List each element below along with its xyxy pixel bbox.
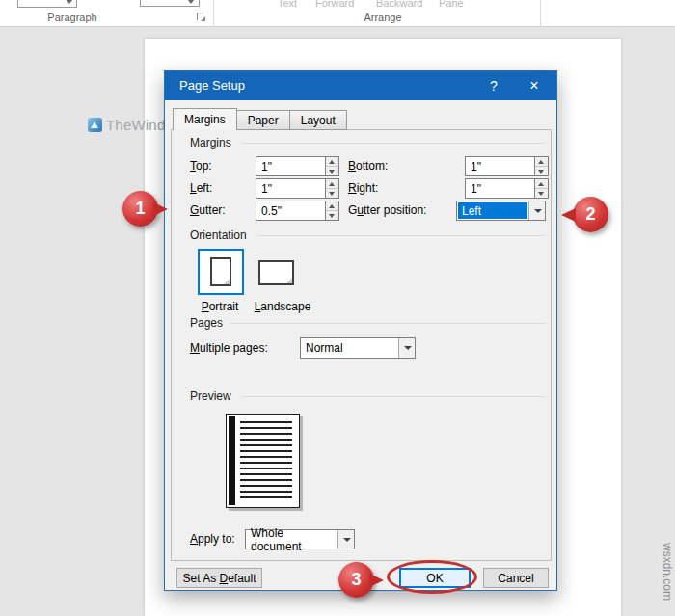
top-field [256,156,339,176]
top-input[interactable] [256,156,325,176]
spin-up-icon[interactable] [326,201,338,211]
gutter-position-select[interactable]: Left [456,201,546,221]
pointer-right-icon [153,202,168,216]
tab-paper[interactable]: Paper [237,110,290,130]
spin-down-icon[interactable] [326,167,338,175]
spin-down-icon[interactable] [535,167,548,175]
right-field [465,178,549,199]
gutter-position-label: Gutter position: [348,203,426,218]
paragraph-dialog-launcher-icon[interactable] [197,13,204,20]
right-input[interactable] [465,178,534,199]
spin-up-icon[interactable] [535,157,548,167]
help-icon[interactable]: ? [477,71,510,100]
step-1-number: 1 [135,199,145,219]
step-3-number: 3 [351,570,361,590]
apply-to-value: Whole document [247,531,337,548]
spin-down-icon[interactable] [326,189,338,198]
multiple-pages-label: Multiple pages: [190,341,268,356]
gutter-label: Gutter: [190,203,226,218]
step-2-badge: 2 [573,197,608,232]
top-spinner[interactable] [325,156,339,176]
spin-up-icon[interactable] [326,179,338,189]
ribbon-group-divider [540,0,541,27]
close-icon[interactable]: × [518,71,551,100]
chevron-down-icon[interactable] [338,530,354,549]
ribbon-partial-dropdown[interactable] [17,0,77,8]
preview-text-lines [240,421,292,501]
screenshot-root: Text Forward Backward Pane Paragraph Arr… [0,0,675,616]
spin-down-icon[interactable] [326,211,338,220]
gutter-input[interactable] [256,201,325,221]
bottom-label: Bottom: [348,159,388,174]
group-divider [230,323,545,324]
bring-forward-button[interactable]: Forward [315,0,354,9]
right-label: Right: [348,181,378,196]
tab-margins[interactable]: Margins [173,108,237,130]
dialog-tabs: Margins Paper Layout [173,108,347,130]
dialog-titlebar[interactable]: Page Setup ? × [165,71,556,100]
landscape-page-icon[interactable] [258,260,294,285]
left-spinner[interactable] [325,178,339,199]
bottom-spinner[interactable] [534,156,549,176]
gutter-spinner[interactable] [325,201,339,221]
spin-up-icon[interactable] [326,157,338,167]
selection-pane-button[interactable]: Pane [439,0,464,9]
left-input[interactable] [256,178,325,199]
bottom-field [465,156,549,176]
step-1-badge: 1 [122,191,158,227]
multiple-pages-select[interactable]: Normal [300,337,416,359]
orientation-portrait-option[interactable] [198,249,244,295]
ribbon-strip: Text Forward Backward Pane Paragraph Arr… [0,0,675,27]
spin-up-icon[interactable] [535,179,548,189]
chevron-down-icon [67,0,72,4]
bottom-input[interactable] [465,156,534,176]
step-3-badge: 3 [338,562,374,598]
wrap-text-button[interactable]: Text [278,0,297,9]
ribbon-partial-spinner[interactable] [140,0,200,7]
ok-highlight-ellipse [387,560,477,594]
pointer-left-icon [561,208,576,222]
left-field [256,178,339,199]
group-divider [242,143,545,144]
margins-group-label: Margins [190,136,231,149]
gutter-position-value: Left [458,202,527,219]
thewindowsclub-logo-icon [88,118,102,132]
cancel-button[interactable]: Cancel [483,568,549,588]
tab-layout[interactable]: Layout [290,110,347,130]
preview-thumbnail [226,414,300,508]
pointer-right-icon [369,574,384,587]
apply-to-select[interactable]: Whole document [245,529,355,549]
pages-group-label: Pages [190,316,223,330]
portrait-page-icon [210,257,231,286]
send-backward-button[interactable]: Backward [376,0,422,9]
ribbon-group-divider [213,0,214,27]
portrait-label: Portrait [191,300,249,313]
step-2-number: 2 [585,204,595,225]
apply-to-label: Apply to: [190,532,235,547]
chevron-down-icon[interactable] [398,338,415,358]
gutter-field [256,201,339,221]
orientation-group-label: Orientation [190,228,247,242]
group-divider [242,396,545,397]
landscape-label: Landscape [254,300,311,313]
set-as-default-button[interactable]: Set As Default [176,568,262,588]
dialog-title: Page Setup [179,71,245,100]
left-label: Left: [190,181,212,196]
group-divider [257,235,545,236]
preview-gutter-bar [229,416,235,505]
multiple-pages-value: Normal [302,339,397,357]
page-setup-dialog: Page Setup ? × Margins Paper Layout Marg… [164,70,557,591]
paragraph-group-label: Paragraph [43,12,101,23]
top-label: Top: [190,159,212,174]
spin-down-icon[interactable] [535,189,548,198]
arrange-group-label: Arrange [352,12,414,23]
preview-group-label: Preview [190,389,231,403]
spinner-arrows-icon [187,0,196,5]
right-spinner[interactable] [534,178,549,199]
chevron-down-icon[interactable] [528,201,545,220]
site-watermark-text: wsxdn.com [661,543,674,601]
